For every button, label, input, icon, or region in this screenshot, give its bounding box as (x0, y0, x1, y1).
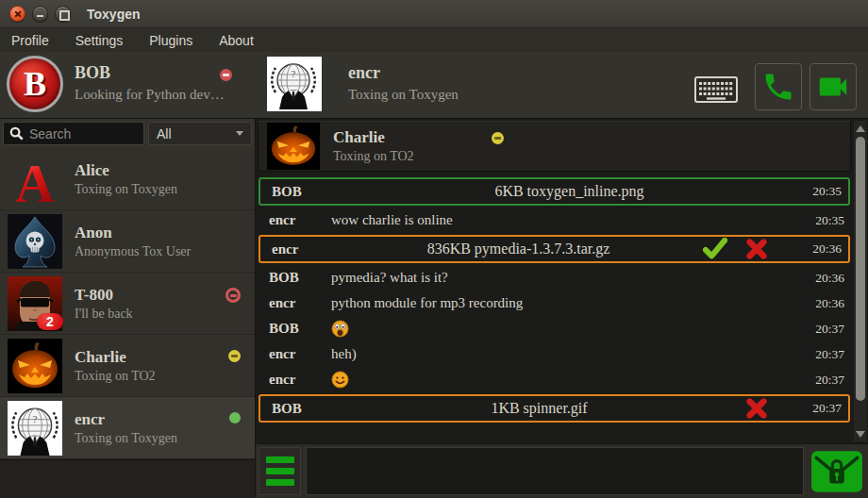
message-text (331, 320, 808, 338)
avatar-jack-o-lantern (8, 339, 62, 393)
hamburger-icon (266, 456, 294, 463)
keyboard-icon (694, 76, 738, 103)
scrollbar-thumb[interactable] (856, 137, 865, 401)
message-time: 20:36 (808, 296, 851, 311)
scrollbar-down-arrow[interactable] (854, 427, 867, 440)
contact-item-encr[interactable]: ? encr Toxing on Toxygen (0, 397, 255, 459)
message-sender: BOB (260, 401, 334, 417)
transfer-actions (703, 237, 769, 261)
file-transfer-label: 1KB spinner.gif (334, 400, 744, 417)
anonymous-logo-icon: ? (267, 57, 320, 109)
contact-item-t800[interactable]: T-800 I'll be back 2 (0, 273, 255, 335)
busy-status-icon (220, 69, 232, 81)
contact-text: Charlie Toxing on TO2 (333, 128, 492, 164)
contact-item-anon[interactable]: Anon Anonymous Tox User (0, 210, 255, 273)
cross-icon (745, 397, 768, 420)
contact-item-charlie[interactable]: Charlie Toxing on TO2 (0, 335, 255, 397)
menu-plugins[interactable]: Plugins (149, 33, 192, 48)
message-text: python module for mp3 recording (331, 295, 808, 311)
avatar-red-letter-a: A (8, 152, 62, 207)
peer-card-name: Charlie (333, 128, 492, 147)
search-input[interactable] (29, 126, 138, 141)
attachments-menu-button[interactable] (259, 447, 301, 495)
message-text: heh) (331, 346, 808, 362)
video-call-button[interactable] (810, 63, 857, 110)
self-profile[interactable]: B BOB Looking for Python dev… (0, 52, 257, 118)
menubar: Profile Settings Plugins About (0, 28, 868, 52)
message-sender: encr (258, 346, 331, 362)
contact-status-message: Toxing on Toxygen (75, 182, 255, 197)
titlebar: Toxygen (0, 0, 868, 28)
message-time: 20:36 (808, 271, 851, 286)
message-sender: encr (258, 212, 331, 228)
check-icon (703, 238, 727, 260)
decline-transfer-button[interactable] (744, 237, 769, 261)
chat-peer-card: Charlie Toxing on TO2 (258, 121, 851, 172)
window-title: Toxygen (87, 7, 141, 22)
contact-item-alice[interactable]: A Alice Toxing on Toxygen (0, 148, 255, 210)
menu-settings[interactable]: Settings (75, 33, 124, 48)
message-time: 20:37 (805, 401, 848, 416)
chevron-down-icon (236, 131, 243, 136)
contact-name: encr (75, 410, 255, 429)
message-input[interactable] (306, 447, 804, 495)
videocam-icon (815, 69, 851, 105)
scrollbar-up-arrow[interactable] (854, 122, 867, 135)
contact-text: Anon Anonymous Tox User (75, 224, 255, 259)
contact-status-message: I'll be back (75, 307, 255, 322)
shocked-face-emoji-icon (331, 320, 349, 338)
window-minimize-button[interactable] (32, 6, 48, 22)
message-time: 20:35 (805, 184, 848, 199)
message-time: 20:35 (808, 213, 851, 228)
file-transfer-row: BOB 6KB toxygen_inline.png 20:35 (259, 177, 850, 206)
svg-text:?: ? (32, 412, 37, 423)
composer-bar (256, 443, 868, 498)
self-name: BOB (75, 63, 110, 83)
menu-profile[interactable]: Profile (11, 33, 49, 48)
message-row: encr heh) 20:37 (258, 341, 851, 367)
menu-about[interactable]: About (219, 33, 254, 48)
accept-transfer-button[interactable] (703, 237, 727, 261)
away-status-icon (492, 132, 504, 144)
file-transfer-label: 6KB toxygen_inline.png (334, 183, 805, 200)
keyboard-button[interactable] (693, 76, 739, 105)
contact-list: A Alice Toxing on Toxygen (0, 148, 255, 459)
message-sender: BOB (258, 321, 331, 337)
contact-name: Anon (75, 224, 255, 242)
window-close-button[interactable] (9, 6, 25, 22)
online-status-icon (229, 412, 241, 423)
chat-panel: Charlie Toxing on TO2 BOB 6KB toxygen_in… (256, 119, 868, 498)
peer-profile: ? encr Toxing on Toxygen (257, 52, 459, 118)
busy-status-icon (225, 288, 241, 303)
svg-text:?: ? (292, 68, 296, 79)
search-box[interactable] (3, 122, 144, 145)
window-maximize-button[interactable] (55, 6, 71, 22)
send-message-button[interactable] (809, 447, 865, 495)
message-sender: encr (258, 372, 331, 388)
contact-filter-dropdown[interactable]: All (148, 122, 252, 145)
smiling-face-emoji-icon (331, 371, 349, 389)
message-row: encr 20:37 (258, 367, 851, 392)
search-row: All (0, 119, 255, 148)
contact-text: Alice Toxing on Toxygen (75, 161, 255, 197)
sidebar: All A Alice Toxing on Toxygen (0, 119, 256, 498)
message-row: encr python module for mp3 recording 20:… (258, 290, 851, 316)
message-history: Charlie Toxing on TO2 BOB 6KB toxygen_in… (256, 119, 868, 443)
chat-scrollbar[interactable] (854, 121, 867, 441)
message-time: 20:37 (808, 322, 851, 337)
header: B BOB Looking for Python dev… (0, 52, 868, 118)
message-row: BOB pymedia? what is it? 20:36 (258, 265, 851, 290)
self-avatar[interactable]: B (7, 56, 63, 112)
self-profile-text: BOB Looking for Python dev… (75, 52, 257, 118)
message-row: encr wow charlie is online 20:35 (258, 208, 851, 233)
file-transfer-label: 836KB pymedia-1.3.7.3.tar.gz (334, 241, 703, 257)
peer-profile-text: encr Toxing on Toxygen (348, 52, 459, 118)
decline-transfer-button[interactable] (744, 396, 769, 421)
avatar-spade-skull (8, 214, 62, 269)
self-status-message: Looking for Python dev… (75, 87, 257, 103)
audio-call-button[interactable] (755, 63, 802, 110)
phone-icon (761, 70, 795, 104)
peer-avatar: ? (267, 57, 322, 111)
transfer-actions (744, 396, 769, 421)
contact-text: Charlie Toxing on TO2 (75, 348, 255, 384)
